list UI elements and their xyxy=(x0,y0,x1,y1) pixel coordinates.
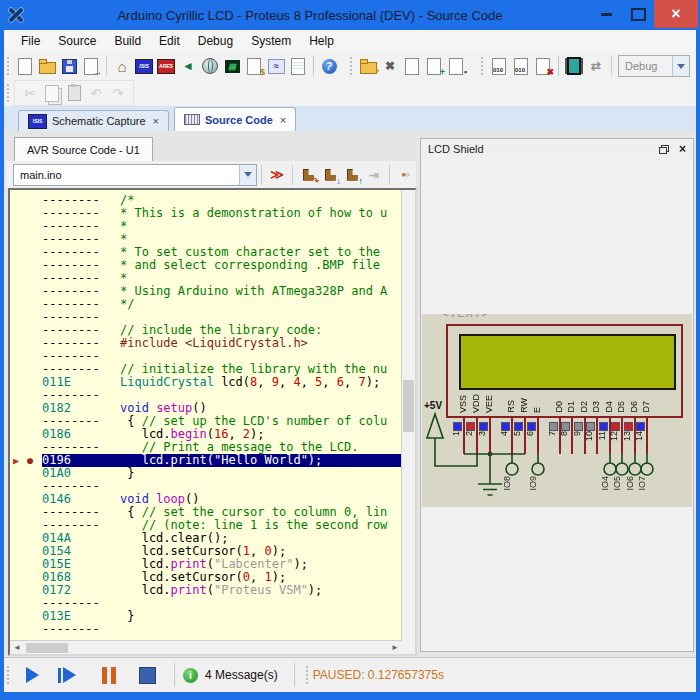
breakpoint-margin[interactable] xyxy=(10,207,42,220)
build-hex-icon[interactable]: 010 xyxy=(490,56,508,76)
breakpoint-margin[interactable] xyxy=(10,272,42,285)
breakpoint-margin[interactable] xyxy=(10,584,42,597)
step-button[interactable] xyxy=(58,663,84,687)
close-tab-icon[interactable]: × xyxy=(153,115,159,127)
scroll-right-icon[interactable]: ► xyxy=(388,643,402,652)
debug-mode-select[interactable]: Debug xyxy=(618,55,690,77)
breakpoint-margin[interactable] xyxy=(10,350,42,363)
scrollbar-thumb[interactable] xyxy=(26,643,68,653)
minimize-button[interactable] xyxy=(590,0,622,28)
menu-debug[interactable]: Debug xyxy=(189,31,242,51)
file-selector[interactable]: main.ino xyxy=(13,164,257,186)
design-explorer-icon[interactable]: ▤ xyxy=(223,56,241,76)
undo-icon[interactable]: ↶ xyxy=(87,83,105,103)
pause-button[interactable] xyxy=(96,663,122,687)
redo-icon[interactable]: ↷ xyxy=(109,83,127,103)
toggle-breakpoint-icon[interactable]: ●○ xyxy=(396,165,414,185)
step-out-icon[interactable]: ↑ xyxy=(343,165,361,185)
close-panel-icon[interactable]: × xyxy=(679,143,686,155)
step-into-icon[interactable]: ↓ xyxy=(321,165,339,185)
breakpoint-margin[interactable] xyxy=(10,324,42,337)
tab-avr-source-code-u1[interactable]: AVR Source Code - U1 xyxy=(14,137,153,162)
breakpoint-margin[interactable] xyxy=(10,389,42,402)
breakpoint-margin[interactable] xyxy=(10,532,42,545)
stop-button[interactable] xyxy=(134,663,160,687)
run-to-cursor-icon[interactable]: ⇥ xyxy=(365,165,383,185)
import-legacy-icon[interactable]: → xyxy=(82,56,100,76)
breakpoint-margin[interactable] xyxy=(10,311,42,324)
breakpoint-margin[interactable] xyxy=(10,519,42,532)
vertical-scrollbar[interactable] xyxy=(401,190,415,641)
save-project-icon[interactable] xyxy=(60,56,78,76)
play-button[interactable] xyxy=(20,663,46,687)
home-icon[interactable]: ⌂ xyxy=(113,56,131,76)
bill-of-materials-icon[interactable]: $ xyxy=(245,56,263,76)
cut-icon[interactable]: ✂ xyxy=(21,83,39,103)
breakpoint-margin[interactable] xyxy=(10,376,42,389)
new-project-icon[interactable] xyxy=(16,56,34,76)
open-project-icon[interactable] xyxy=(38,56,56,76)
breakpoint-margin[interactable] xyxy=(10,441,42,454)
menu-source[interactable]: Source xyxy=(49,31,105,51)
breakpoint-margin[interactable] xyxy=(10,337,42,350)
breakpoint-margin[interactable] xyxy=(10,623,42,636)
breakpoint-margin[interactable] xyxy=(10,571,42,584)
horizontal-scrollbar[interactable]: ◄ ► xyxy=(10,640,402,654)
float-panel-icon[interactable] xyxy=(659,145,669,154)
tab-schematic-capture[interactable]: ISISSchematic Capture× xyxy=(18,110,169,131)
pcb-layout-icon[interactable]: ARES xyxy=(157,56,175,76)
analysis-icon[interactable]: ≈ xyxy=(267,56,285,76)
step-over-icon[interactable]: ↷ xyxy=(299,165,317,185)
close-tab-icon[interactable]: × xyxy=(280,114,286,126)
breakpoint-margin[interactable] xyxy=(10,220,42,233)
code-editor[interactable]: --------/*--------* This is a demonstrat… xyxy=(8,188,417,656)
close-button[interactable]: × xyxy=(654,0,698,28)
new-sheet-icon[interactable] xyxy=(403,56,421,76)
3d-viewer-icon[interactable] xyxy=(201,56,219,76)
breakpoint-margin[interactable] xyxy=(10,415,42,428)
breakpoint-margin[interactable] xyxy=(10,428,42,441)
scrollbar-thumb[interactable] xyxy=(403,380,414,432)
breakpoint-margin[interactable] xyxy=(10,285,42,298)
breakpoint-margin[interactable]: ▶● xyxy=(10,454,42,467)
breakpoint-margin[interactable] xyxy=(10,298,42,311)
maximize-button[interactable] xyxy=(622,0,654,28)
menu-edit[interactable]: Edit xyxy=(150,31,189,51)
menu-file[interactable]: File xyxy=(12,31,49,51)
run-simulation-icon[interactable]: ≫ xyxy=(268,165,286,185)
simulate-icon[interactable]: ◄ xyxy=(179,56,197,76)
build-settings-icon[interactable]: ⇄ xyxy=(587,56,605,76)
info-icon[interactable]: i xyxy=(183,668,198,683)
code-area[interactable]: --------/*--------* This is a demonstrat… xyxy=(10,192,402,641)
breakpoint-margin[interactable] xyxy=(10,506,42,519)
message-count[interactable]: 4 Message(s) xyxy=(205,668,278,682)
schematic-capture-icon[interactable]: ISIS xyxy=(135,56,153,76)
print-icon[interactable]: ▪ xyxy=(447,56,465,76)
breakpoint-margin[interactable] xyxy=(10,467,42,480)
scroll-left-icon[interactable]: ◄ xyxy=(10,643,24,652)
breakpoint-margin[interactable] xyxy=(10,194,42,207)
menu-help[interactable]: Help xyxy=(300,31,343,51)
breakpoint-margin[interactable] xyxy=(10,493,42,506)
breakpoint-margin[interactable] xyxy=(10,610,42,623)
close-tab-icon[interactable]: ✖ xyxy=(381,56,399,76)
breakpoint-margin[interactable] xyxy=(10,545,42,558)
notes-icon[interactable] xyxy=(289,56,307,76)
breakpoint-margin[interactable] xyxy=(10,480,42,493)
breakpoint-margin[interactable] xyxy=(10,259,42,272)
breakpoint-margin[interactable] xyxy=(10,233,42,246)
menu-build[interactable]: Build xyxy=(105,31,150,51)
open-code-icon[interactable]: * xyxy=(359,56,377,76)
help-icon[interactable]: ? xyxy=(320,56,338,76)
menu-system[interactable]: System xyxy=(242,31,300,51)
add-file-icon[interactable]: + xyxy=(425,56,443,76)
remove-firmware-icon[interactable]: ✖ xyxy=(534,56,552,76)
breakpoint-margin[interactable] xyxy=(10,363,42,376)
breakpoint-margin[interactable] xyxy=(10,402,42,415)
paste-icon[interactable] xyxy=(65,83,83,103)
copy-icon[interactable] xyxy=(43,83,61,103)
tab-source-code[interactable]: Source Code× xyxy=(174,107,296,132)
rebuild-hex-icon[interactable]: 010 xyxy=(512,56,530,76)
upload-chip-icon[interactable] xyxy=(565,56,583,76)
breakpoint-margin[interactable] xyxy=(10,558,42,571)
